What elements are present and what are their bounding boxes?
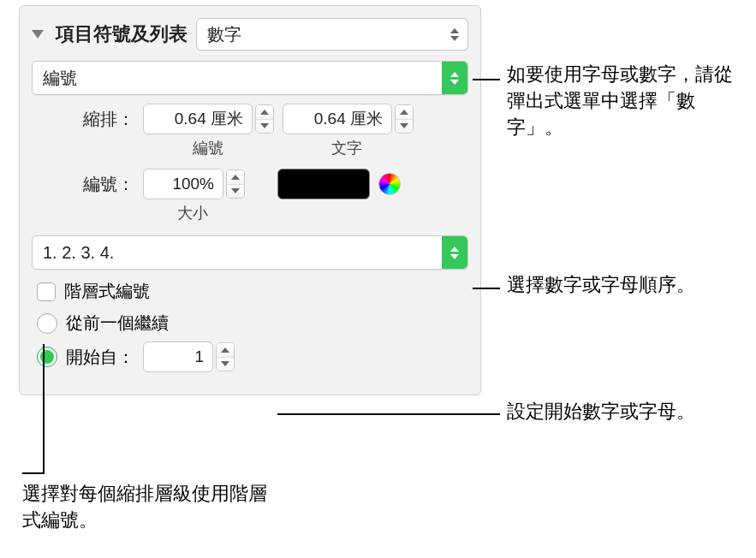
numbering-size-row: 編號：	[32, 169, 468, 199]
indent-label: 縮排：	[32, 108, 134, 131]
numbering-size-stepper	[143, 169, 245, 199]
list-type-value: 數字	[207, 23, 449, 46]
color-swatch[interactable]	[277, 169, 370, 199]
callout-tiered: 選擇對每個縮排層級使用階層式編號。	[22, 481, 279, 534]
stepper-down-icon[interactable]	[227, 185, 244, 199]
callout-line	[22, 472, 45, 474]
size-sublabel: 大小	[177, 203, 468, 223]
number-format-value: 編號	[43, 67, 442, 90]
stepper-down-icon[interactable]	[256, 120, 273, 134]
stepper-buttons[interactable]	[395, 104, 414, 134]
sequence-value: 1. 2. 3. 4.	[43, 243, 442, 263]
indent-row: 縮排：	[32, 104, 468, 134]
indent-text-input[interactable]	[283, 104, 392, 134]
tiered-numbering-row: 階層式編號	[37, 280, 468, 303]
dropdown-cap-icon	[442, 236, 467, 269]
sequence-dropdown[interactable]: 1. 2. 3. 4.	[32, 235, 468, 270]
dropdown-cap-icon	[442, 62, 467, 94]
start-from-radio[interactable]	[37, 347, 57, 367]
callout-line	[473, 79, 500, 80]
panel-title: 項目符號及列表	[56, 21, 188, 47]
stepper-up-icon[interactable]	[227, 170, 244, 185]
indent-number-stepper	[143, 104, 274, 134]
numbering-size-input[interactable]	[143, 169, 223, 199]
stepper-buttons[interactable]	[255, 104, 274, 134]
number-format-dropdown[interactable]: 編號	[32, 61, 468, 95]
continue-radio[interactable]	[37, 313, 57, 334]
stepper-down-icon[interactable]	[396, 120, 413, 134]
stepper-down-icon[interactable]	[217, 358, 234, 371]
callout-line	[43, 344, 45, 472]
list-settings-panel: 項目符號及列表 數字 編號 縮排：	[19, 5, 481, 395]
callout-start-from: 設定開始數字或字母。	[507, 399, 729, 425]
continue-from-prev-row: 從前一個繼續	[37, 312, 468, 335]
indent-text-stepper	[283, 104, 414, 134]
indent-text-sublabel: 文字	[282, 138, 412, 158]
start-from-row: 開始自：	[37, 341, 468, 372]
numbering-size-label: 編號：	[32, 173, 134, 196]
panel-header: 項目符號及列表 數字	[32, 18, 468, 50]
callout-line	[473, 288, 500, 289]
tiered-numbering-label: 階層式編號	[64, 280, 150, 303]
continue-label: 從前一個繼續	[66, 312, 169, 335]
stepper-buttons[interactable]	[226, 169, 245, 199]
stepper-up-icon[interactable]	[256, 105, 273, 120]
indent-number-input[interactable]	[143, 104, 253, 134]
tiered-numbering-checkbox[interactable]	[37, 282, 56, 301]
updown-icon	[449, 28, 461, 41]
callout-sequence: 選擇數字或字母順序。	[507, 272, 729, 299]
color-wheel-icon[interactable]	[378, 173, 401, 195]
start-from-label: 開始自：	[66, 346, 134, 369]
start-from-input[interactable]	[143, 341, 213, 372]
indent-sublabels: 編號 文字	[143, 138, 468, 158]
start-from-stepper	[143, 341, 235, 372]
list-type-dropdown[interactable]: 數字	[196, 18, 468, 50]
indent-number-sublabel: 編號	[143, 138, 273, 158]
callout-numbers-letters: 如要使用字母或數字，請從彈出式選單中選擇「數字」。	[507, 62, 747, 140]
stepper-up-icon[interactable]	[217, 343, 234, 358]
stepper-buttons[interactable]	[216, 342, 235, 371]
disclosure-triangle-icon[interactable]	[32, 30, 44, 39]
stepper-up-icon[interactable]	[396, 105, 413, 120]
callout-line	[277, 413, 500, 415]
